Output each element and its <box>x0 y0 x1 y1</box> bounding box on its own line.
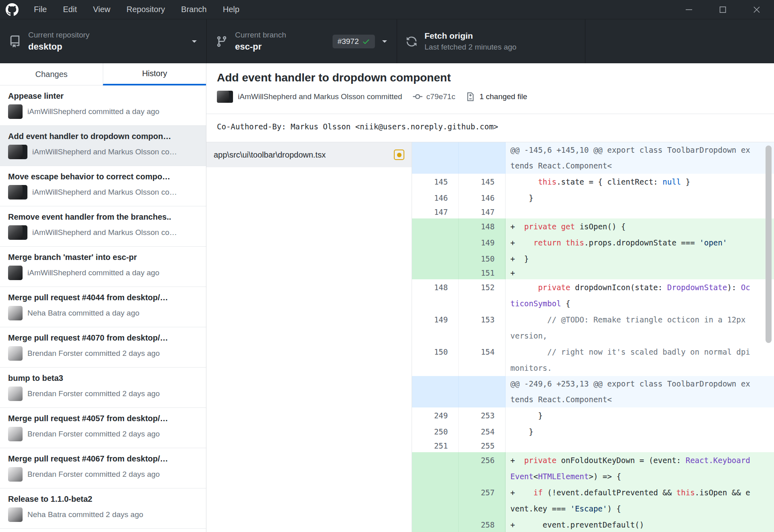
git-branch-icon <box>216 35 228 48</box>
diff-line: 150154 // right now it's scaled badly on… <box>412 344 774 376</box>
scrollbar-thumb[interactable] <box>766 145 772 343</box>
menu-help[interactable]: Help <box>215 0 248 19</box>
tab-history[interactable]: History <box>103 63 206 85</box>
minimize-button[interactable] <box>684 4 694 15</box>
commit-byline: Neha Batra committed 2 days ago <box>27 510 143 519</box>
menu-edit[interactable]: Edit <box>55 0 85 19</box>
diff-rows: @@ -145,6 +145,10 @@ export class Toolba… <box>412 142 774 532</box>
fetch-origin-button[interactable]: Fetch origin Last fetched 2 minutes ago <box>397 19 585 63</box>
diff-area: app\src\ui\toolbar\dropdown.tsx @@ -145,… <box>206 142 774 532</box>
commit-summary-title: Add event handler to dropdown component <box>217 71 764 84</box>
diff-line: 146146 } <box>412 190 774 206</box>
pr-number: #3972 <box>337 37 359 46</box>
avatar <box>8 427 23 441</box>
menu-view[interactable]: View <box>85 0 119 19</box>
commit-list-item[interactable]: Add event handler to dropdown compon…iAm… <box>0 126 206 166</box>
commit-list-item[interactable]: bump to beta3Brendan Forster committed 2… <box>0 368 206 408</box>
avatar <box>8 467 23 482</box>
commit-title: Release to 1.1.0-beta2 <box>8 495 199 504</box>
commit-meta: iAmWillShepherd and Markus Olsson commit… <box>217 91 764 103</box>
commit-title: bump to beta3 <box>8 374 199 383</box>
diff-line: 148+ private get isOpen() { <box>412 218 774 235</box>
commit-list-item[interactable]: Remove event handler from the branches..… <box>0 206 206 247</box>
menu-repository[interactable]: Repository <box>119 0 173 19</box>
commit-list-item[interactable]: Move escape behavior to correct compo…iA… <box>0 166 206 206</box>
modified-status-icon <box>394 150 404 160</box>
branch-label: Current branch <box>235 31 286 39</box>
chevron-down-icon <box>191 39 198 44</box>
diff-pane: @@ -145,6 +145,10 @@ export class Toolba… <box>412 142 774 532</box>
repository-label: Current repository <box>28 31 89 39</box>
commit-byline: iAmWillShepherd and Markus Olsson commit… <box>238 92 402 101</box>
changed-files-count: 1 changed file <box>479 92 527 101</box>
avatar <box>8 145 27 159</box>
file-path: app\src\ui\toolbar\dropdown.tsx <box>214 150 394 160</box>
chevron-down-icon <box>381 39 388 44</box>
commit-title: Merge pull request #4057 from desktop/… <box>8 414 199 423</box>
minimize-icon <box>685 5 693 14</box>
commit-byline: iAmWillShepherd committed a day ago <box>27 107 159 116</box>
commit-byline: iAmWillShepherd and Markus Olsson co… <box>32 148 177 156</box>
toolbar: Current repository desktop Current branc… <box>0 19 774 63</box>
commit-title: Merge branch 'master' into esc-pr <box>8 253 199 262</box>
close-icon <box>752 5 761 14</box>
menu-file[interactable]: File <box>26 0 55 19</box>
commit-list-item[interactable]: Release to 1.1.0-beta2Neha Batra committ… <box>0 488 206 529</box>
diff-line: 258+ event.preventDefault() <box>412 517 774 532</box>
commit-title: Merge pull request #4067 from desktop/… <box>8 454 199 463</box>
commit-list-item[interactable]: Merge pull request #4070 from desktop/…B… <box>0 327 206 368</box>
diff-line: 150+ } <box>412 251 774 267</box>
commit-byline: Brendan Forster committed 2 days ago <box>27 349 160 358</box>
commit-byline: iAmWillShepherd and Markus Olsson co… <box>32 228 177 237</box>
repository-name: desktop <box>28 42 89 52</box>
avatar <box>8 387 23 401</box>
tab-changes[interactable]: Changes <box>0 63 103 85</box>
menu-branch[interactable]: Branch <box>173 0 214 19</box>
commit-list-item[interactable]: Appease linteriAmWillShepherd committed … <box>0 85 206 126</box>
diff-line: 151+ <box>412 267 774 279</box>
avatar <box>8 185 27 200</box>
menu-bar: FileEditViewRepositoryBranchHelp <box>26 0 248 19</box>
commit-list-item[interactable]: Merge branch 'master' into esc-priAmWill… <box>0 247 206 287</box>
diff-line: 256+ private onFoldoutKeyDown = (event: … <box>412 452 774 484</box>
sync-icon <box>406 36 417 47</box>
window-controls <box>684 4 762 15</box>
git-commit-icon <box>413 92 422 102</box>
repository-selector[interactable]: Current repository desktop <box>0 19 207 63</box>
commit-title: Merge pull request #4070 from desktop/… <box>8 333 199 343</box>
avatar <box>8 266 23 280</box>
diff-line: 145145 this.state = { clientRect: null } <box>412 174 774 190</box>
maximize-button[interactable] <box>718 4 728 15</box>
commit-list-item[interactable]: Merge pull request #4067 from desktop/…B… <box>0 448 206 488</box>
commit-title: Merge pull request #4044 from desktop/… <box>8 293 199 302</box>
diff-line: 147147 <box>412 206 774 218</box>
diff-hunk-header: @@ -145,6 +145,10 @@ export class Toolba… <box>412 142 774 174</box>
file-list-item[interactable]: app\src\ui\toolbar\dropdown.tsx <box>206 142 412 167</box>
branch-selector[interactable]: Current branch esc-pr #3972 <box>207 19 397 63</box>
sidebar-tabs: Changes History <box>0 63 206 85</box>
main-pane: Add event handler to dropdown component … <box>206 63 774 532</box>
diff-line: 149+ return this.props.dropdownState ===… <box>412 235 774 251</box>
commit-byline: iAmWillShepherd committed a day ago <box>27 268 159 277</box>
commit-byline: Brendan Forster committed 2 days ago <box>27 430 160 438</box>
diff-line: 148152 private dropdownIcon(state: Dropd… <box>412 279 774 312</box>
avatar <box>8 104 23 119</box>
commit-sha: c79e71c <box>427 92 456 101</box>
diff-line: 251255 <box>412 440 774 452</box>
commit-list: Appease linteriAmWillShepherd committed … <box>0 85 206 532</box>
titlebar: FileEditViewRepositoryBranchHelp <box>0 0 774 19</box>
branch-name: esc-pr <box>235 42 286 52</box>
commit-title: Appease linter <box>8 91 199 101</box>
avatar <box>8 507 23 522</box>
diff-hunk-header: @@ -249,6 +253,13 @@ export class Toolba… <box>412 376 774 407</box>
commit-list-item[interactable]: Merge pull request #4057 from desktop/…B… <box>0 408 206 448</box>
avatar <box>8 346 23 361</box>
sidebar: Changes History Appease linteriAmWillShe… <box>0 63 206 532</box>
close-button[interactable] <box>751 4 762 15</box>
commit-list-item[interactable]: Merge pull request #4044 from desktop/…N… <box>0 287 206 327</box>
github-logo-icon <box>6 3 19 16</box>
commit-byline: Brendan Forster committed 2 days ago <box>27 470 160 479</box>
diff-line: 250254 } <box>412 424 774 440</box>
avatar <box>217 91 233 103</box>
diff-line: 257+ if (!event.defaultPrevented && this… <box>412 484 774 517</box>
